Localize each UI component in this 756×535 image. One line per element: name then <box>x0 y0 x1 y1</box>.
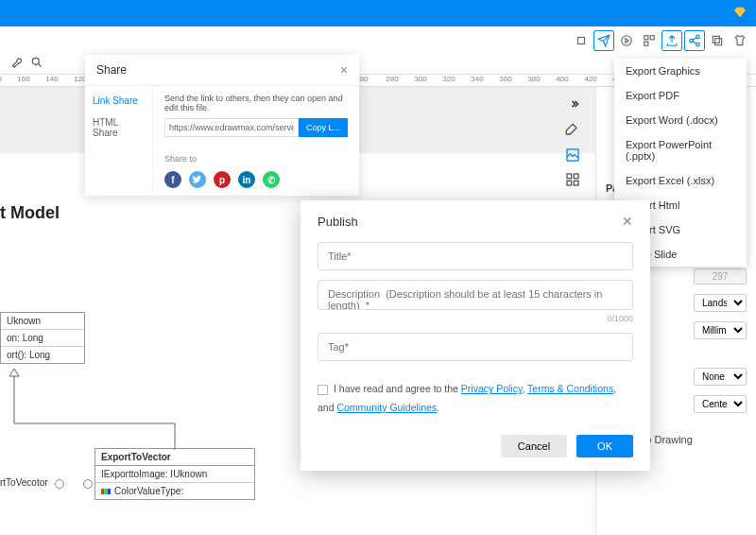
share-close-icon[interactable]: × <box>340 62 348 78</box>
char-count: 0/1000 <box>318 314 633 323</box>
share-panel: Share × Link Share HTML Share Send the l… <box>85 55 359 196</box>
style-select[interactable]: None <box>694 368 747 386</box>
publish-tag-input[interactable] <box>318 333 633 361</box>
premium-diamond-icon[interactable] <box>733 6 747 21</box>
publish-close-icon[interactable]: ✕ <box>622 214 633 229</box>
orientation-select[interactable]: Lands... <box>694 294 747 312</box>
position-select[interactable]: Center <box>694 395 747 413</box>
grid-icon[interactable] <box>565 172 580 187</box>
connector-circle-1[interactable] <box>55 479 64 489</box>
svg-rect-1 <box>578 38 585 44</box>
height-input[interactable]: 297 <box>694 268 747 285</box>
svg-point-7 <box>690 39 694 43</box>
tab-html-share[interactable]: HTML Share <box>85 112 152 144</box>
agree-checkbox[interactable] <box>318 385 328 395</box>
cancel-button[interactable]: Cancel <box>501 435 567 457</box>
share-icon[interactable] <box>684 30 705 51</box>
wrench-icon[interactable] <box>9 56 23 71</box>
search-icon[interactable] <box>30 56 43 71</box>
svg-rect-5 <box>644 42 648 45</box>
send-icon[interactable] <box>593 30 614 51</box>
svg-point-2 <box>622 36 632 46</box>
uml-class-box-2[interactable]: ExportToVector IExporttoImage: IUknown C… <box>94 448 255 500</box>
pinterest-icon[interactable]: p <box>214 171 231 188</box>
connector-circle-2[interactable] <box>83 479 93 489</box>
shirt-icon[interactable] <box>730 30 750 51</box>
diagram-title: t Model <box>0 203 60 223</box>
twitter-icon[interactable] <box>189 171 206 188</box>
export-icon[interactable] <box>662 30 682 51</box>
svg-point-0 <box>32 58 39 64</box>
agree-row: I have read and agree to the Privacy Pol… <box>318 380 633 418</box>
publish-title: Publish <box>318 215 358 229</box>
share-url-input[interactable] <box>164 118 299 137</box>
svg-point-8 <box>696 43 700 46</box>
whatsapp-icon[interactable]: ✆ <box>263 171 280 188</box>
image-icon[interactable] <box>565 147 580 163</box>
linkedin-icon[interactable]: in <box>238 171 255 188</box>
share-instruction: Send the link to others, then they can o… <box>164 94 348 112</box>
copy-link-button[interactable]: Copy L... <box>299 118 348 137</box>
ok-button[interactable]: OK <box>576 435 633 457</box>
terms-link[interactable]: Terms & Conditions <box>527 383 613 394</box>
uml-class-box-1[interactable]: Uknown on: Long ort(): Long <box>0 312 85 364</box>
connector-lines <box>9 376 180 452</box>
export-pdf[interactable]: Export PDF <box>614 83 747 108</box>
share-to-label: Share to <box>164 154 348 164</box>
svg-rect-4 <box>650 36 654 40</box>
publish-modal: Publish ✕ 0/1000 I have read and agree t… <box>301 200 650 471</box>
copy-icon[interactable] <box>707 30 728 51</box>
export-word[interactable]: Export Word (.docx) <box>614 108 747 132</box>
privacy-link[interactable]: Privacy Policy <box>461 383 523 394</box>
export-graphics[interactable]: Export Graphics <box>614 59 747 83</box>
app-topbar <box>0 0 756 26</box>
export-powerpoint[interactable]: Export PowerPoint (.pptx) <box>614 132 747 168</box>
svg-rect-3 <box>644 36 648 40</box>
unit-select[interactable]: Millim... <box>694 321 747 339</box>
svg-rect-9 <box>715 39 722 45</box>
export-excel[interactable]: Export Excel (.xlsx) <box>614 168 747 193</box>
svg-point-6 <box>696 35 700 39</box>
svg-rect-14 <box>567 181 572 185</box>
svg-rect-15 <box>574 181 578 185</box>
tab-link-share[interactable]: Link Share <box>85 90 152 112</box>
action-bar <box>0 26 756 55</box>
publish-description-input[interactable] <box>318 280 633 310</box>
paint-icon[interactable] <box>565 123 580 138</box>
svg-rect-10 <box>713 36 719 43</box>
svg-rect-13 <box>574 174 578 179</box>
facebook-icon[interactable]: f <box>164 171 181 188</box>
collapse-chevron-icon[interactable] <box>567 98 582 112</box>
qr-icon[interactable] <box>639 30 660 51</box>
share-title: Share <box>96 63 127 77</box>
community-link[interactable]: Community Guidelines <box>336 402 437 413</box>
connector-label: rtToVecotor <box>0 477 48 488</box>
play-icon[interactable] <box>616 30 637 51</box>
crop-icon[interactable] <box>571 30 592 51</box>
svg-rect-12 <box>567 174 572 179</box>
publish-title-input[interactable] <box>318 242 633 270</box>
